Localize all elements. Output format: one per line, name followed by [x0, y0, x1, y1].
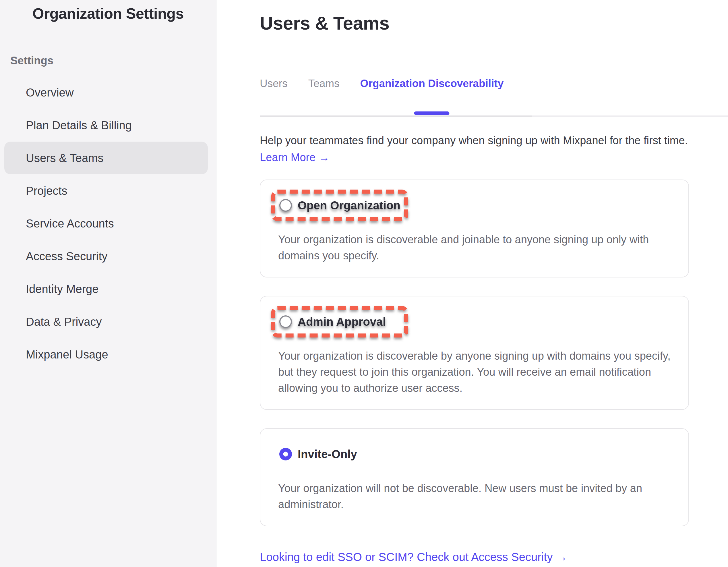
tab-organization-discoverability-label: Organization Discoverability	[360, 78, 504, 89]
option-row-invite-only[interactable]: Invite-Only	[271, 438, 671, 470]
tab-users-label: Users	[260, 78, 288, 89]
sidebar-item-identity-merge[interactable]: Identity Merge	[4, 272, 208, 305]
radio-open-organization[interactable]	[279, 199, 292, 212]
option-row-admin-approval[interactable]: Admin Approval	[271, 306, 408, 338]
sidebar-nav: Overview Plan Details & Billing Users & …	[0, 76, 216, 371]
option-label-invite-only: Invite-Only	[298, 448, 357, 461]
tab-bar: Users Teams Organization Discoverability	[260, 77, 728, 117]
intro-text: Help your teammates find your company wh…	[260, 133, 728, 148]
option-card-invite-only: Invite-Only Your organization will not b…	[260, 428, 689, 526]
tab-teams[interactable]: Teams	[308, 77, 340, 90]
option-label-open-organization: Open Organization	[298, 199, 400, 212]
sidebar-item-overview[interactable]: Overview	[4, 76, 208, 109]
learn-more-link[interactable]: Learn More →	[260, 150, 330, 165]
tab-users[interactable]: Users	[260, 77, 288, 90]
tab-organization-discoverability[interactable]: Organization Discoverability	[360, 77, 504, 90]
sidebar-item-plan-details-billing[interactable]: Plan Details & Billing	[4, 109, 208, 142]
main-content: Users & Teams Users Teams Organization D…	[216, 0, 728, 567]
option-description-invite-only: Your organization will not be discoverab…	[278, 480, 671, 512]
sidebar-section-settings: Settings	[0, 55, 216, 67]
access-security-link[interactable]: Looking to edit SSO or SCIM? Check out A…	[260, 550, 568, 564]
option-row-open-organization[interactable]: Open Organization	[271, 189, 408, 221]
option-label-admin-approval: Admin Approval	[298, 316, 386, 328]
option-description-admin-approval: Your organization is discoverable by any…	[278, 348, 671, 396]
sidebar-item-projects[interactable]: Projects	[4, 174, 208, 207]
sidebar-title: Organization Settings	[0, 5, 216, 22]
arrow-right-icon: →	[319, 151, 330, 163]
access-security-link-label: Looking to edit SSO or SCIM? Check out A…	[260, 551, 553, 563]
active-tab-indicator	[414, 111, 450, 115]
option-card-admin-approval: Admin Approval Your organization is disc…	[260, 296, 689, 410]
sidebar-item-data-privacy[interactable]: Data & Privacy	[4, 305, 208, 338]
sidebar-item-mixpanel-usage[interactable]: Mixpanel Usage	[4, 338, 208, 371]
option-description-open-organization: Your organization is discoverable and jo…	[278, 231, 671, 264]
learn-more-label: Learn More	[260, 151, 315, 163]
sidebar-item-access-security[interactable]: Access Security	[4, 240, 208, 272]
arrow-right-icon: →	[556, 551, 568, 563]
radio-admin-approval[interactable]	[279, 316, 292, 328]
sidebar-item-users-teams[interactable]: Users & Teams	[4, 142, 208, 174]
tab-teams-label: Teams	[308, 78, 340, 89]
option-card-open-organization: Open Organization Your organization is d…	[260, 179, 689, 277]
sidebar-item-service-accounts[interactable]: Service Accounts	[4, 207, 208, 240]
page-title: Users & Teams	[260, 13, 728, 34]
sidebar: Organization Settings Settings Overview …	[0, 0, 216, 567]
radio-invite-only[interactable]	[279, 448, 292, 460]
